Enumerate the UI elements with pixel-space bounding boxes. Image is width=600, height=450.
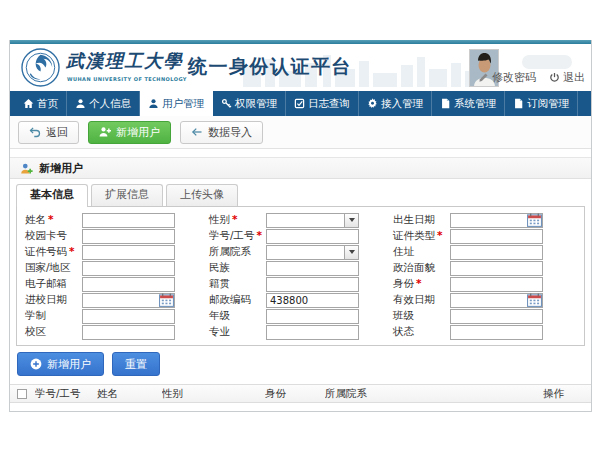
section-header: 新增用户 bbox=[10, 157, 591, 179]
valid-date-field-input[interactable] bbox=[450, 293, 527, 308]
app-window: 武漢理工大學 WUHAN UNIVERSITY OF TECHNOLOGY 统一… bbox=[9, 40, 592, 412]
header-link-label: 退出 bbox=[563, 70, 585, 85]
class-field-input[interactable] bbox=[450, 309, 543, 324]
change-password-link[interactable]: 修改密码 bbox=[478, 70, 536, 85]
dropdown-button[interactable] bbox=[344, 213, 359, 228]
field-label: 政治面貌 bbox=[393, 261, 435, 273]
pencil-icon bbox=[478, 72, 489, 83]
log-icon bbox=[294, 98, 305, 109]
campus-field-input[interactable] bbox=[82, 325, 175, 340]
chevron-down-icon bbox=[349, 250, 355, 254]
reset-button[interactable]: 重置 bbox=[112, 352, 160, 376]
identity-field-input[interactable] bbox=[450, 277, 543, 292]
nav-tab-log-query[interactable]: 日志查询 bbox=[286, 91, 359, 116]
required-marker: * bbox=[69, 245, 75, 257]
nav-tab-profile[interactable]: 个人信息 bbox=[67, 91, 140, 116]
results-table-header: 学号/工号姓名性别身份所属院系操作 bbox=[10, 384, 591, 403]
user-add-color-icon bbox=[20, 162, 33, 175]
key-icon bbox=[221, 98, 232, 109]
nav-tab-user-mgmt[interactable]: 用户管理 bbox=[140, 91, 213, 116]
table-column-header: 学号/工号 bbox=[35, 387, 97, 401]
user-add-icon bbox=[99, 126, 111, 138]
calendar-button[interactable] bbox=[527, 213, 543, 228]
field-label: 进校日期 bbox=[25, 293, 67, 305]
native-place-field-input[interactable] bbox=[266, 277, 359, 292]
field-label: 班级 bbox=[393, 309, 414, 321]
calendar-icon bbox=[527, 213, 542, 227]
birth-date-field: 出生日期 bbox=[393, 212, 577, 228]
student-id-field-input[interactable] bbox=[266, 229, 359, 244]
ethnicity-field-input[interactable] bbox=[266, 261, 359, 276]
field-label: 有效日期 bbox=[393, 293, 435, 305]
action-button-label: 重置 bbox=[125, 357, 147, 372]
field-label: 证件号码 bbox=[25, 245, 67, 257]
field-label: 证件类型 bbox=[393, 229, 435, 241]
tab-label: 扩展信息 bbox=[105, 188, 149, 201]
platform-title: 统一身份认证平台 bbox=[188, 54, 352, 80]
calendar-button[interactable] bbox=[159, 293, 175, 308]
id-number-field: 证件号码* bbox=[25, 244, 209, 260]
form-panel: 姓名* 性别* 出生日期 校园卡号 学号/工号* 证件类型* 证件号码* bbox=[16, 206, 585, 346]
major-field: 专业 bbox=[209, 324, 393, 340]
id-type-field-input[interactable] bbox=[450, 229, 543, 244]
enrollment-date-field-input[interactable] bbox=[82, 293, 159, 308]
grade-field-input[interactable] bbox=[266, 309, 359, 324]
postal-code-field-input[interactable] bbox=[266, 293, 359, 308]
name-field-input[interactable] bbox=[82, 213, 175, 228]
import-data-button[interactable]: 数据导入 bbox=[180, 121, 263, 144]
department-field-input[interactable] bbox=[266, 245, 344, 260]
birth-date-field-input[interactable] bbox=[450, 213, 527, 228]
nav-tab-permission-mgmt[interactable]: 权限管理 bbox=[213, 91, 286, 116]
toolbar-button-label: 新增用户 bbox=[116, 125, 160, 140]
address-field: 住址 bbox=[393, 244, 577, 260]
postal-code-field: 邮政编码 bbox=[209, 292, 393, 308]
tab-upload-avatar[interactable]: 上传头像 bbox=[166, 184, 238, 206]
field-label: 姓名 bbox=[25, 213, 46, 225]
address-field-input[interactable] bbox=[450, 245, 543, 260]
header-link-label: 修改密码 bbox=[492, 70, 536, 85]
table-column-header: 性别 bbox=[162, 387, 265, 401]
field-label: 学号/工号 bbox=[209, 229, 255, 241]
field-label: 性别 bbox=[209, 213, 230, 225]
back-button[interactable]: 返回 bbox=[18, 121, 79, 144]
country-field-input[interactable] bbox=[82, 261, 175, 276]
campus-card-field-input[interactable] bbox=[82, 229, 175, 244]
political-status-field-input[interactable] bbox=[450, 261, 543, 276]
calendar-button[interactable] bbox=[527, 293, 543, 308]
field-label: 校区 bbox=[25, 325, 46, 337]
student-id-field: 学号/工号* bbox=[209, 228, 393, 244]
gear-icon bbox=[367, 98, 378, 109]
dropdown-button[interactable] bbox=[344, 245, 359, 260]
action-button-label: 新增用户 bbox=[47, 357, 91, 372]
field-label: 住址 bbox=[393, 245, 414, 257]
email-field-input[interactable] bbox=[82, 277, 175, 292]
form-actions: 新增用户重置 bbox=[17, 352, 591, 376]
email-field: 电子邮箱 bbox=[25, 276, 209, 292]
required-marker: * bbox=[48, 213, 54, 225]
field-label: 校园卡号 bbox=[25, 229, 67, 241]
required-marker: * bbox=[437, 229, 443, 241]
power-icon bbox=[549, 72, 560, 83]
add-user-button[interactable]: 新增用户 bbox=[88, 121, 171, 144]
tab-label: 基本信息 bbox=[30, 188, 74, 201]
id-number-field-input[interactable] bbox=[82, 245, 175, 260]
select-all-checkbox[interactable] bbox=[17, 389, 27, 399]
user-icon bbox=[148, 98, 159, 109]
nav-tab-system-mgmt[interactable]: 系统管理 bbox=[432, 91, 505, 116]
gender-field: 性别* bbox=[209, 212, 393, 228]
ethnicity-field: 民族 bbox=[209, 260, 393, 276]
major-field-input[interactable] bbox=[266, 325, 359, 340]
tab-basic-info[interactable]: 基本信息 bbox=[16, 184, 88, 207]
nav-tab-label: 日志查询 bbox=[308, 97, 350, 111]
logout-link[interactable]: 退出 bbox=[549, 70, 585, 85]
submit-add-user-button[interactable]: 新增用户 bbox=[17, 352, 104, 376]
tab-extended-info[interactable]: 扩展信息 bbox=[91, 184, 163, 206]
status-field: 状态 bbox=[393, 324, 577, 340]
nav-tab-subscription-mgmt[interactable]: 订阅管理 bbox=[505, 91, 578, 116]
nav-tab-home[interactable]: 首页 bbox=[10, 91, 67, 116]
gender-field-input[interactable] bbox=[266, 213, 344, 228]
schooling-length-field-input[interactable] bbox=[82, 309, 175, 324]
main-nav: 首页个人信息用户管理权限管理日志查询接入管理系统管理订阅管理 bbox=[10, 91, 591, 116]
status-field-input[interactable] bbox=[450, 325, 543, 340]
nav-tab-access-mgmt[interactable]: 接入管理 bbox=[359, 91, 432, 116]
